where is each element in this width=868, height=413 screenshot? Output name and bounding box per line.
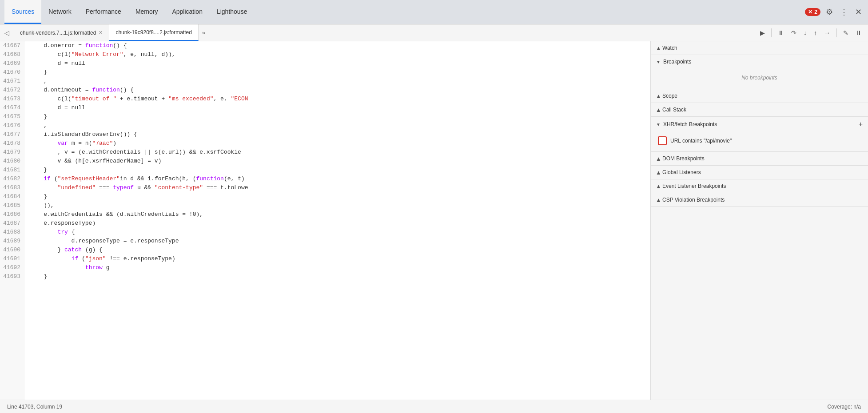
- main-content: 4166741668416694167041671416724167341674…: [0, 41, 868, 400]
- sidebar-toggle[interactable]: ◁: [0, 26, 14, 40]
- section-dom-header[interactable]: ▶ DOM Breakpoints: [651, 152, 868, 165]
- right-panel: ▶ Watch ▼ Breakpoints No breakpoints ▶ S…: [650, 41, 868, 400]
- section-xhr-header[interactable]: ▼ XHR/fetch Breakpoints +: [651, 117, 868, 132]
- code-lines[interactable]: d.onerror = function() { c(l("Network Er…: [24, 41, 650, 400]
- close-button[interactable]: ✕: [853, 5, 864, 19]
- callstack-label: Call Stack: [662, 107, 686, 113]
- step-out-button[interactable]: ↑: [811, 28, 820, 38]
- more-tabs-button[interactable]: »: [199, 28, 209, 38]
- xhr-checkbox-api-movie[interactable]: [658, 136, 667, 145]
- xhr-item-api-movie: URL contains "/api/movie": [658, 135, 861, 147]
- code-line: d = null: [30, 59, 645, 68]
- section-event-listeners-header[interactable]: ▶ Event Listener Breakpoints: [651, 179, 868, 193]
- section-xhr: ▼ XHR/fetch Breakpoints + URL contains "…: [651, 117, 868, 152]
- debug-separator-1: [771, 28, 772, 37]
- file-tab-vendors-close[interactable]: ✕: [99, 30, 103, 36]
- scope-triangle: ▶: [656, 94, 661, 98]
- file-tab-vendors[interactable]: chunk-vendors.7...1.js:formatted ✕: [14, 24, 109, 41]
- csp-triangle: ▶: [656, 198, 661, 202]
- event-listeners-label: Event Listener Breakpoints: [662, 183, 726, 189]
- line-number: 41688: [2, 228, 20, 237]
- line-number: 41676: [2, 121, 20, 130]
- error-badge[interactable]: ✕ 2: [805, 8, 820, 16]
- no-breakpoints-text: No breakpoints: [658, 71, 861, 84]
- coverage-status: Coverage: n/a: [828, 404, 861, 410]
- csp-label: CSP Violation Breakpoints: [662, 197, 725, 203]
- more-button[interactable]: ⋮: [838, 5, 850, 19]
- tab-lighthouse[interactable]: Lighthouse: [210, 0, 255, 24]
- watch-triangle: ▶: [656, 46, 661, 50]
- top-nav-right: ✕ 2 ⚙ ⋮ ✕: [805, 5, 864, 19]
- file-tabs-bar: ◁ chunk-vendors.7...1.js:formatted ✕ chu…: [0, 24, 868, 41]
- tab-application[interactable]: Application: [165, 0, 210, 24]
- scope-label: Scope: [662, 93, 677, 99]
- section-breakpoints-header[interactable]: ▼ Breakpoints: [651, 55, 868, 68]
- code-line: }: [30, 68, 645, 77]
- tab-sources[interactable]: Sources: [4, 0, 41, 24]
- line-number: 41669: [2, 59, 20, 68]
- section-csp: ▶ CSP Violation Breakpoints: [651, 193, 868, 207]
- global-listeners-label: Global Listeners: [662, 169, 701, 175]
- line-number: 41672: [2, 86, 20, 95]
- code-line: }: [30, 112, 645, 121]
- step-over-button[interactable]: ↷: [788, 28, 799, 38]
- code-line: i.isStandardBrowserEnv()) {: [30, 130, 645, 139]
- file-tab-chunk19[interactable]: chunk-19c920f8....2.js:formatted: [109, 24, 198, 41]
- line-number: 41677: [2, 130, 20, 139]
- pause-on-exceptions-button[interactable]: ⏸: [853, 28, 864, 38]
- section-watch-header[interactable]: ▶ Watch: [651, 41, 868, 55]
- top-nav: Sources Network Performance Memory Appli…: [0, 0, 868, 24]
- section-scope-header[interactable]: ▶ Scope: [651, 89, 868, 103]
- settings-button[interactable]: ⚙: [824, 5, 835, 19]
- code-line: )),: [30, 201, 645, 210]
- code-panel: 4166741668416694167041671416724167341674…: [0, 41, 650, 400]
- line-number: 41678: [2, 139, 20, 148]
- tab-network[interactable]: Network: [41, 0, 78, 24]
- line-number: 41682: [2, 175, 20, 183]
- section-global-listeners-header[interactable]: ▶ Global Listeners: [651, 166, 868, 179]
- dom-triangle: ▶: [656, 157, 661, 160]
- line-number: 41668: [2, 50, 20, 59]
- step-button[interactable]: →: [821, 28, 833, 38]
- code-line: }: [30, 272, 645, 281]
- line-number: 41674: [2, 103, 20, 112]
- code-area: 4166741668416694167041671416724167341674…: [0, 41, 650, 400]
- code-line: var m = n("7aac"): [30, 139, 645, 148]
- file-tabs-right: ▶ ⏸ ↷ ↓ ↑ → ✎ ⏸: [757, 28, 868, 38]
- xhr-add-button[interactable]: +: [859, 120, 863, 128]
- code-line: d = null: [30, 103, 645, 112]
- section-event-listeners: ▶ Event Listener Breakpoints: [651, 179, 868, 193]
- code-line: ,: [30, 77, 645, 86]
- section-callstack-header[interactable]: ▶ Call Stack: [651, 103, 868, 116]
- breakpoints-triangle: ▼: [656, 60, 661, 64]
- tab-memory[interactable]: Memory: [128, 0, 165, 24]
- code-line: if ("json" !== e.responseType): [30, 254, 645, 263]
- code-line: }: [30, 192, 645, 201]
- section-csp-header[interactable]: ▶ CSP Violation Breakpoints: [651, 193, 868, 206]
- code-line: d.ontimeout = function() {: [30, 86, 645, 95]
- line-number: 41679: [2, 148, 20, 157]
- line-numbers: 4166741668416694167041671416724167341674…: [0, 41, 24, 400]
- line-number: 41693: [2, 272, 20, 281]
- error-count: 2: [814, 9, 817, 15]
- line-number: 41673: [2, 95, 20, 103]
- xhr-label: XHR/fetch Breakpoints: [663, 121, 717, 127]
- file-tab-vendors-label: chunk-vendors.7...1.js:formatted: [20, 30, 96, 36]
- deactivate-breakpoints-button[interactable]: ✎: [840, 28, 851, 38]
- line-number: 41687: [2, 219, 20, 228]
- code-line: } catch (g) {: [30, 246, 645, 254]
- section-global-listeners: ▶ Global Listeners: [651, 166, 868, 179]
- step-into-button[interactable]: ↓: [801, 28, 809, 38]
- code-line: d.responseType = e.responseType: [30, 237, 645, 246]
- section-callstack: ▶ Call Stack: [651, 103, 868, 117]
- xhr-content: URL contains "/api/movie": [651, 132, 868, 151]
- status-bar: Line 41703, Column 19 Coverage: n/a: [0, 400, 868, 413]
- xhr-item-api-movie-label: URL contains "/api/movie": [670, 138, 732, 144]
- line-number: 41684: [2, 192, 20, 201]
- line-number: 41675: [2, 112, 20, 121]
- tab-performance[interactable]: Performance: [79, 0, 128, 24]
- play-to-here-button[interactable]: ▶: [757, 28, 768, 38]
- line-number: 41680: [2, 157, 20, 166]
- pause-resume-button[interactable]: ⏸: [775, 28, 787, 38]
- code-line: "undefined" === typeof u && "content-typ…: [30, 183, 645, 192]
